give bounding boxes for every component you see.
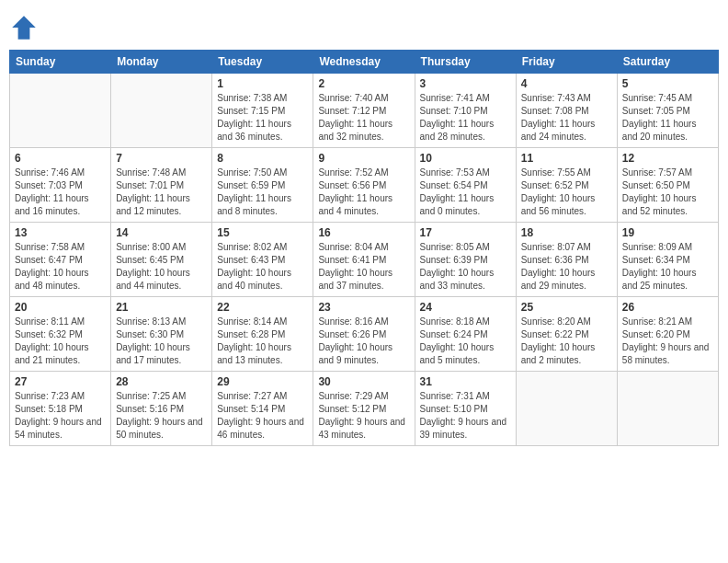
day-number: 4 — [521, 77, 612, 90]
day-cell: 18Sunrise: 8:07 AMSunset: 6:36 PMDayligh… — [516, 223, 617, 297]
col-header-thursday: Thursday — [415, 51, 516, 74]
day-number: 12 — [622, 152, 713, 165]
day-number: 20 — [15, 301, 106, 314]
day-cell — [516, 372, 617, 446]
day-number: 16 — [318, 226, 409, 239]
col-header-wednesday: Wednesday — [313, 51, 415, 74]
week-row-1: 1Sunrise: 7:38 AMSunset: 7:15 PMDaylight… — [10, 74, 719, 148]
day-info: Sunrise: 7:52 AMSunset: 6:56 PMDaylight:… — [318, 167, 409, 218]
day-cell: 3Sunrise: 7:41 AMSunset: 7:10 PMDaylight… — [415, 74, 516, 148]
calendar-header-row: SundayMondayTuesdayWednesdayThursdayFrid… — [10, 51, 719, 74]
day-number: 25 — [521, 301, 612, 314]
day-info: Sunrise: 8:21 AMSunset: 6:20 PMDaylight:… — [622, 316, 713, 367]
day-info: Sunrise: 7:41 AMSunset: 7:10 PMDaylight:… — [420, 92, 511, 144]
day-number: 19 — [622, 226, 713, 239]
day-info: Sunrise: 8:09 AMSunset: 6:34 PMDaylight:… — [622, 241, 713, 293]
day-cell: 9Sunrise: 7:52 AMSunset: 6:56 PMDaylight… — [313, 148, 415, 223]
day-number: 18 — [521, 226, 612, 239]
day-number: 30 — [318, 375, 409, 388]
day-info: Sunrise: 8:00 AMSunset: 6:45 PMDaylight:… — [116, 241, 207, 293]
col-header-tuesday: Tuesday — [212, 51, 313, 74]
day-cell: 2Sunrise: 7:40 AMSunset: 7:12 PMDaylight… — [313, 74, 415, 148]
day-info: Sunrise: 8:07 AMSunset: 6:36 PMDaylight:… — [521, 241, 612, 293]
day-number: 15 — [217, 226, 308, 239]
day-cell: 13Sunrise: 7:58 AMSunset: 6:47 PMDayligh… — [10, 223, 111, 297]
day-number: 2 — [318, 77, 409, 90]
week-row-2: 6Sunrise: 7:46 AMSunset: 7:03 PMDaylight… — [10, 148, 719, 223]
day-cell: 28Sunrise: 7:25 AMSunset: 5:16 PMDayligh… — [111, 372, 212, 446]
logo — [9, 13, 40, 42]
day-cell: 30Sunrise: 7:29 AMSunset: 5:12 PMDayligh… — [313, 372, 415, 446]
day-info: Sunrise: 7:38 AMSunset: 7:15 PMDaylight:… — [217, 92, 308, 144]
day-info: Sunrise: 7:46 AMSunset: 7:03 PMDaylight:… — [15, 167, 106, 218]
day-cell: 21Sunrise: 8:13 AMSunset: 6:30 PMDayligh… — [111, 297, 212, 372]
day-number: 5 — [622, 77, 713, 90]
day-cell: 24Sunrise: 8:18 AMSunset: 6:24 PMDayligh… — [415, 297, 516, 372]
day-info: Sunrise: 7:48 AMSunset: 7:01 PMDaylight:… — [116, 167, 207, 218]
svg-marker-0 — [12, 16, 36, 40]
day-info: Sunrise: 7:43 AMSunset: 7:08 PMDaylight:… — [521, 92, 612, 144]
day-number: 11 — [521, 152, 612, 165]
day-cell — [111, 74, 212, 148]
day-info: Sunrise: 7:27 AMSunset: 5:14 PMDaylight:… — [217, 390, 308, 442]
day-number: 10 — [420, 152, 511, 165]
day-cell: 5Sunrise: 7:45 AMSunset: 7:05 PMDaylight… — [617, 74, 718, 148]
day-info: Sunrise: 7:23 AMSunset: 5:18 PMDaylight:… — [15, 390, 106, 442]
day-info: Sunrise: 8:16 AMSunset: 6:26 PMDaylight:… — [318, 316, 409, 367]
day-cell: 1Sunrise: 7:38 AMSunset: 7:15 PMDaylight… — [212, 74, 313, 148]
week-row-4: 20Sunrise: 8:11 AMSunset: 6:32 PMDayligh… — [10, 297, 719, 372]
day-number: 26 — [622, 301, 713, 314]
day-info: Sunrise: 7:58 AMSunset: 6:47 PMDaylight:… — [15, 241, 106, 293]
day-cell: 26Sunrise: 8:21 AMSunset: 6:20 PMDayligh… — [617, 297, 718, 372]
day-number: 3 — [420, 77, 511, 90]
day-cell: 11Sunrise: 7:55 AMSunset: 6:52 PMDayligh… — [516, 148, 617, 223]
day-info: Sunrise: 8:02 AMSunset: 6:43 PMDaylight:… — [217, 241, 308, 293]
day-number: 28 — [116, 375, 207, 388]
day-info: Sunrise: 7:29 AMSunset: 5:12 PMDaylight:… — [318, 390, 409, 442]
day-cell: 14Sunrise: 8:00 AMSunset: 6:45 PMDayligh… — [111, 223, 212, 297]
day-info: Sunrise: 7:45 AMSunset: 7:05 PMDaylight:… — [622, 92, 713, 144]
day-info: Sunrise: 8:04 AMSunset: 6:41 PMDaylight:… — [318, 241, 409, 293]
day-number: 23 — [318, 301, 409, 314]
day-number: 13 — [15, 226, 106, 239]
day-cell: 27Sunrise: 7:23 AMSunset: 5:18 PMDayligh… — [10, 372, 111, 446]
day-number: 17 — [420, 226, 511, 239]
day-info: Sunrise: 8:18 AMSunset: 6:24 PMDaylight:… — [420, 316, 511, 367]
col-header-sunday: Sunday — [10, 51, 111, 74]
day-cell: 25Sunrise: 8:20 AMSunset: 6:22 PMDayligh… — [516, 297, 617, 372]
logo-icon — [9, 13, 39, 42]
day-info: Sunrise: 8:05 AMSunset: 6:39 PMDaylight:… — [420, 241, 511, 293]
day-info: Sunrise: 8:13 AMSunset: 6:30 PMDaylight:… — [116, 316, 207, 367]
day-cell: 19Sunrise: 8:09 AMSunset: 6:34 PMDayligh… — [617, 223, 718, 297]
page-header — [9, 9, 719, 42]
day-number: 14 — [116, 226, 207, 239]
day-cell — [10, 74, 111, 148]
day-info: Sunrise: 8:11 AMSunset: 6:32 PMDaylight:… — [15, 316, 106, 367]
day-cell: 20Sunrise: 8:11 AMSunset: 6:32 PMDayligh… — [10, 297, 111, 372]
day-cell: 29Sunrise: 7:27 AMSunset: 5:14 PMDayligh… — [212, 372, 313, 446]
day-number: 31 — [420, 375, 511, 388]
week-row-3: 13Sunrise: 7:58 AMSunset: 6:47 PMDayligh… — [10, 223, 719, 297]
day-info: Sunrise: 8:20 AMSunset: 6:22 PMDaylight:… — [521, 316, 612, 367]
day-info: Sunrise: 7:40 AMSunset: 7:12 PMDaylight:… — [318, 92, 409, 144]
col-header-saturday: Saturday — [617, 51, 718, 74]
day-cell: 10Sunrise: 7:53 AMSunset: 6:54 PMDayligh… — [415, 148, 516, 223]
day-cell: 16Sunrise: 8:04 AMSunset: 6:41 PMDayligh… — [313, 223, 415, 297]
day-cell: 17Sunrise: 8:05 AMSunset: 6:39 PMDayligh… — [415, 223, 516, 297]
col-header-friday: Friday — [516, 51, 617, 74]
day-number: 1 — [217, 77, 308, 90]
day-cell: 7Sunrise: 7:48 AMSunset: 7:01 PMDaylight… — [111, 148, 212, 223]
day-info: Sunrise: 7:31 AMSunset: 5:10 PMDaylight:… — [420, 390, 511, 442]
col-header-monday: Monday — [111, 51, 212, 74]
day-number: 8 — [217, 152, 308, 165]
day-cell: 22Sunrise: 8:14 AMSunset: 6:28 PMDayligh… — [212, 297, 313, 372]
day-cell: 8Sunrise: 7:50 AMSunset: 6:59 PMDaylight… — [212, 148, 313, 223]
day-number: 29 — [217, 375, 308, 388]
day-info: Sunrise: 7:53 AMSunset: 6:54 PMDaylight:… — [420, 167, 511, 218]
day-number: 24 — [420, 301, 511, 314]
day-cell: 12Sunrise: 7:57 AMSunset: 6:50 PMDayligh… — [617, 148, 718, 223]
calendar-table: SundayMondayTuesdayWednesdayThursdayFrid… — [9, 50, 719, 446]
day-cell: 23Sunrise: 8:16 AMSunset: 6:26 PMDayligh… — [313, 297, 415, 372]
week-row-5: 27Sunrise: 7:23 AMSunset: 5:18 PMDayligh… — [10, 372, 719, 446]
day-info: Sunrise: 7:57 AMSunset: 6:50 PMDaylight:… — [622, 167, 713, 218]
